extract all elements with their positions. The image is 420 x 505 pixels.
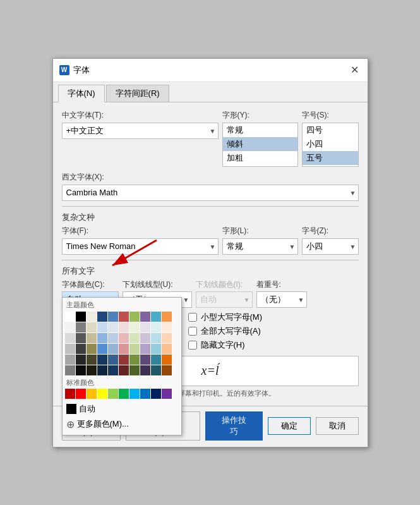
emphasis-select[interactable]: （无） bbox=[256, 291, 307, 308]
theme-color-cell[interactable] bbox=[151, 365, 161, 375]
size-item-5[interactable]: 五号 bbox=[303, 151, 358, 165]
size-item-small4[interactable]: 小四 bbox=[303, 137, 358, 151]
style-item-regular[interactable]: 常规 bbox=[223, 123, 297, 137]
cancel-button[interactable]: 取消 bbox=[316, 417, 359, 435]
theme-color-cell[interactable] bbox=[140, 355, 150, 365]
small-caps-checkbox[interactable] bbox=[188, 313, 197, 322]
theme-color-cell[interactable] bbox=[87, 365, 97, 375]
theme-color-cell[interactable] bbox=[76, 365, 86, 375]
theme-color-cell[interactable] bbox=[87, 312, 97, 322]
theme-color-cell[interactable] bbox=[97, 322, 107, 332]
theme-color-cell[interactable] bbox=[119, 322, 129, 332]
theme-color-cell[interactable] bbox=[162, 365, 172, 375]
style-item-bold[interactable]: 加粗 bbox=[223, 151, 297, 165]
theme-color-cell[interactable] bbox=[87, 333, 97, 343]
theme-color-cell[interactable] bbox=[65, 322, 75, 332]
theme-color-cell[interactable] bbox=[76, 344, 86, 354]
theme-color-cell[interactable] bbox=[162, 344, 172, 354]
standard-color-cell[interactable] bbox=[119, 389, 129, 399]
standard-color-cell[interactable] bbox=[129, 389, 140, 399]
theme-color-cell[interactable] bbox=[151, 333, 161, 343]
theme-color-cell[interactable] bbox=[108, 322, 118, 332]
standard-color-cell[interactable] bbox=[97, 389, 107, 399]
theme-color-cell[interactable] bbox=[108, 333, 118, 343]
standard-color-cell[interactable] bbox=[162, 389, 172, 399]
theme-color-cell[interactable] bbox=[162, 322, 172, 332]
theme-color-cell[interactable] bbox=[129, 333, 140, 343]
all-caps-checkbox[interactable] bbox=[188, 327, 197, 336]
theme-color-cell[interactable] bbox=[65, 365, 75, 375]
theme-color-cell[interactable] bbox=[151, 322, 161, 332]
complex-style-label: 字形(L): bbox=[222, 226, 298, 236]
theme-color-cell[interactable] bbox=[87, 344, 97, 354]
theme-color-cell[interactable] bbox=[108, 365, 118, 375]
theme-color-cell[interactable] bbox=[129, 365, 140, 375]
complex-style-select[interactable]: 常规 bbox=[222, 238, 298, 255]
auto-color-row[interactable]: 自动 bbox=[65, 401, 179, 417]
tab-spacing[interactable]: 字符间距(R) bbox=[106, 85, 169, 102]
complex-font-select[interactable]: Times New Roman bbox=[62, 238, 219, 255]
theme-color-cell[interactable] bbox=[140, 365, 150, 375]
theme-color-cell[interactable] bbox=[129, 322, 140, 332]
western-font-select[interactable]: Cambria Math bbox=[62, 185, 359, 201]
theme-color-cell[interactable] bbox=[108, 312, 118, 322]
theme-color-cell[interactable] bbox=[97, 312, 107, 322]
standard-color-cell[interactable] bbox=[65, 389, 75, 399]
theme-color-cell[interactable] bbox=[87, 355, 97, 365]
theme-color-cell[interactable] bbox=[65, 344, 75, 354]
theme-color-cell[interactable] bbox=[151, 355, 161, 365]
hidden-checkbox[interactable] bbox=[188, 341, 197, 350]
theme-color-cell[interactable] bbox=[119, 344, 129, 354]
style-item-italic[interactable]: 倾斜 bbox=[223, 137, 297, 151]
size-list[interactable]: 四号 小四 五号 bbox=[302, 123, 359, 167]
complex-size-select[interactable]: 小四 bbox=[302, 238, 359, 255]
theme-color-cell[interactable] bbox=[65, 355, 75, 365]
tab-font[interactable]: 字体(N) bbox=[58, 85, 105, 102]
watermark-button[interactable]: 操作技巧 bbox=[205, 411, 263, 441]
theme-color-cell[interactable] bbox=[162, 355, 172, 365]
standard-color-cell[interactable] bbox=[76, 389, 86, 399]
theme-color-cell[interactable] bbox=[65, 333, 75, 343]
theme-color-cell[interactable] bbox=[76, 312, 86, 322]
theme-color-cell[interactable] bbox=[87, 322, 97, 332]
underline-color-select[interactable]: 自动 bbox=[196, 291, 253, 308]
theme-color-cell[interactable] bbox=[76, 355, 86, 365]
theme-color-cell[interactable] bbox=[140, 312, 150, 322]
standard-color-cell[interactable] bbox=[140, 389, 150, 399]
theme-color-cell[interactable] bbox=[108, 344, 118, 354]
theme-color-cell[interactable] bbox=[129, 355, 140, 365]
theme-color-cell[interactable] bbox=[151, 344, 161, 354]
theme-color-cell[interactable] bbox=[129, 344, 140, 354]
theme-color-cell[interactable] bbox=[97, 355, 107, 365]
theme-color-cell[interactable] bbox=[76, 333, 86, 343]
theme-color-cell[interactable] bbox=[119, 365, 129, 375]
theme-color-cell[interactable] bbox=[97, 344, 107, 354]
theme-color-cell[interactable] bbox=[140, 333, 150, 343]
theme-color-cell[interactable] bbox=[151, 312, 161, 322]
standard-color-cell[interactable] bbox=[87, 389, 97, 399]
theme-color-cell[interactable] bbox=[76, 322, 86, 332]
theme-color-grid bbox=[65, 312, 179, 375]
theme-color-cell[interactable] bbox=[162, 333, 172, 343]
western-font-label: 西文字体(X): bbox=[62, 172, 359, 183]
theme-color-cell[interactable] bbox=[97, 365, 107, 375]
theme-color-cell[interactable] bbox=[119, 312, 129, 322]
standard-color-cell[interactable] bbox=[151, 389, 161, 399]
close-button[interactable]: ✕ bbox=[347, 63, 363, 78]
theme-color-cell[interactable] bbox=[119, 355, 129, 365]
complex-font-label: 字体(F): bbox=[62, 226, 219, 236]
theme-color-cell[interactable] bbox=[162, 312, 172, 322]
ok-button[interactable]: 确定 bbox=[268, 417, 311, 435]
theme-color-cell[interactable] bbox=[140, 322, 150, 332]
theme-color-cell[interactable] bbox=[119, 333, 129, 343]
theme-color-cell[interactable] bbox=[65, 312, 75, 322]
more-colors-row[interactable]: ⊕ 更多颜色(M)... bbox=[65, 417, 179, 432]
size-item-4[interactable]: 四号 bbox=[303, 123, 358, 137]
style-list[interactable]: 常规 倾斜 加粗 bbox=[222, 123, 298, 167]
theme-color-cell[interactable] bbox=[129, 312, 140, 322]
theme-color-cell[interactable] bbox=[97, 333, 107, 343]
standard-color-cell[interactable] bbox=[108, 389, 118, 399]
theme-color-cell[interactable] bbox=[140, 344, 150, 354]
theme-color-cell[interactable] bbox=[108, 355, 118, 365]
chinese-font-select[interactable]: +中文正文 bbox=[62, 123, 219, 139]
